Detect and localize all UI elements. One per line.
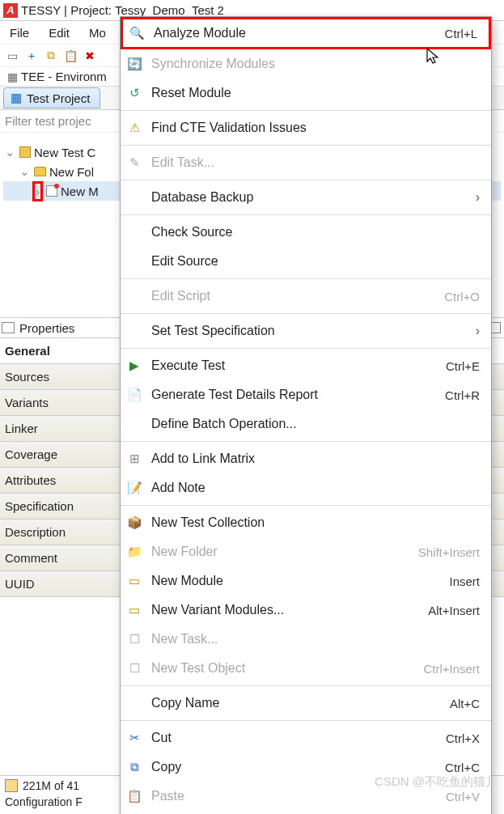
menu-item-reset-module[interactable]: ↺Reset Module: [121, 78, 491, 108]
menu-label: Edit Script: [151, 289, 436, 303]
menu-separator: [121, 505, 491, 506]
expand-icon[interactable]: ⌄: [18, 164, 31, 179]
menu-shortcut: Insert: [449, 574, 480, 588]
menu-shortcut: Shift+Insert: [418, 545, 480, 559]
context-menu: 🔍Analyze ModuleCtrl+L🔄Synchronize Module…: [120, 16, 492, 814]
menu-shortcut: Ctrl+V: [446, 790, 480, 803]
highlighted-menu-item: 🔍Analyze ModuleCtrl+L: [121, 17, 491, 49]
menu-label: Edit Task...: [151, 155, 480, 170]
menu-item-new-module[interactable]: ▭New ModuleInsert: [121, 566, 491, 596]
menu-item-new-test-collection[interactable]: 📦New Test Collection: [121, 508, 491, 537]
menu-separator: [121, 214, 491, 215]
expand-icon[interactable]: ⌄: [3, 145, 16, 159]
menu-item-analyze-module[interactable]: 🔍Analyze ModuleCtrl+L: [123, 19, 489, 47]
menu-item-new-test-object: ☐New Test ObjectCtrl+Insert: [121, 654, 491, 683]
menu-shortcut: Alt+C: [450, 697, 480, 710]
menu-label: New Task...: [151, 632, 480, 647]
menu-item-new-task: ☐New Task...: [121, 625, 491, 654]
menu-item-add-to-link-matrix[interactable]: ⊞Add to Link Matrix: [121, 444, 491, 473]
menu-separator: [121, 685, 491, 686]
menu-separator: [121, 348, 491, 349]
menu-item-new-folder: 📁New FolderShift+Insert: [121, 537, 491, 566]
module-icon: [46, 185, 57, 197]
environment-label: TEE - Environm: [21, 70, 107, 83]
blank-icon: [125, 223, 143, 241]
menu-file[interactable]: File: [3, 24, 36, 41]
menu-label: New Folder: [151, 545, 410, 559]
play-icon: ▶: [125, 357, 143, 375]
tab-test-project[interactable]: ▦ Test Project: [3, 87, 100, 108]
tab-icon: ▦: [11, 91, 22, 105]
menu-label: Cut: [151, 731, 438, 745]
magnify-icon: 🔍: [128, 24, 146, 42]
menu-shortcut: Ctrl+Insert: [423, 662, 480, 676]
menu-separator: [121, 145, 491, 146]
menu-item-cut[interactable]: ✂CutCtrl+X: [121, 723, 491, 753]
menu-label: Paste: [151, 789, 438, 803]
menu-label: Execute Test: [151, 358, 438, 373]
cut-icon: ✂: [125, 729, 143, 747]
menu-item-edit-source[interactable]: Edit Source: [121, 247, 491, 276]
tree-label: New Test C: [34, 146, 95, 159]
blank-icon: [125, 322, 143, 340]
menu-shortcut: Ctrl+O: [444, 290, 480, 303]
menu-separator: [121, 180, 491, 180]
menu-label: Generate Test Details Report: [151, 388, 437, 402]
menu-item-delete[interactable]: ✖DeleteDelete: [121, 811, 491, 814]
blank-icon: [125, 189, 143, 206]
menu-item-add-note[interactable]: 📝Add Note: [121, 473, 491, 502]
menu-label: Analyze Module: [154, 26, 437, 40]
properties-icon: [2, 322, 15, 333]
menu-item-define-batch-operation[interactable]: Define Batch Operation...: [121, 409, 491, 439]
menu-label: Edit Source: [151, 254, 480, 269]
menu-shortcut: Ctrl+R: [445, 388, 480, 402]
nfold-icon: 📁: [125, 543, 143, 561]
menu-item-find-cte-validation-issues[interactable]: ⚠Find CTE Validation Issues: [121, 113, 491, 142]
menu-label: Check Source: [151, 225, 480, 240]
menu-item-copy-name[interactable]: Copy NameAlt+C: [121, 689, 491, 718]
menu-label: Define Batch Operation...: [151, 417, 480, 431]
menu-item-check-source[interactable]: Check Source: [121, 218, 491, 247]
cte-icon: ⚠: [125, 119, 143, 137]
menu-label: New Variant Modules...: [151, 603, 420, 617]
grid-icon: ▦: [3, 68, 21, 86]
menu-item-database-backup[interactable]: Database Backup›: [121, 183, 491, 212]
blank-icon: [125, 694, 143, 712]
menu-item-new-variant-modules[interactable]: ▭New Variant Modules...Alt+Insert: [121, 596, 491, 625]
mouse-cursor: [426, 47, 442, 66]
menu-item-set-test-specification[interactable]: Set Test Specification›: [121, 316, 491, 346]
blank-icon: [125, 415, 143, 433]
toolbar-delete-icon[interactable]: ✖: [81, 47, 99, 65]
toolbar-icon[interactable]: +: [23, 47, 40, 65]
paste-icon: 📋: [125, 787, 143, 805]
menu-shortcut: Ctrl+L: [445, 27, 477, 40]
menu-shortcut: Ctrl+E: [446, 359, 480, 373]
submenu-arrow-icon: ›: [476, 324, 480, 338]
menu-item-generate-test-details-report[interactable]: 📄Generate Test Details ReportCtrl+R: [121, 380, 491, 409]
submenu-arrow-icon: ›: [476, 190, 480, 205]
note-icon: 📝: [125, 479, 143, 497]
nobj-icon: ☐: [125, 659, 143, 677]
menu-edit[interactable]: Edit: [42, 24, 76, 41]
toolbar-icon[interactable]: 📋: [61, 47, 79, 65]
menu-more[interactable]: Mo: [83, 24, 112, 41]
menu-label: Copy: [151, 760, 437, 774]
ntask-icon: ☐: [125, 630, 143, 648]
menu-separator: [121, 313, 491, 314]
blank-icon: [125, 287, 143, 305]
menu-item-edit-task: ✎Edit Task...: [121, 148, 491, 177]
folder-icon: [34, 167, 46, 176]
tree-label: New Fol: [49, 165, 94, 179]
nvar-icon: ▭: [125, 601, 143, 619]
toolbar-icon[interactable]: ▭: [3, 47, 21, 65]
menu-label: Copy Name: [151, 696, 442, 710]
nmod-icon: ▭: [125, 572, 143, 590]
watermark: CSDN @不吃鱼的猫丿: [375, 774, 498, 790]
highlighted-expand[interactable]: ›: [32, 181, 43, 201]
filter-text: Filter test projec: [5, 114, 91, 128]
menu-item-execute-test[interactable]: ▶Execute TestCtrl+E: [121, 351, 491, 380]
linkm-icon: ⊞: [125, 450, 143, 468]
copy-icon: ⧉: [125, 758, 143, 776]
report-icon: 📄: [125, 386, 143, 404]
toolbar-icon[interactable]: ⧉: [42, 47, 60, 65]
